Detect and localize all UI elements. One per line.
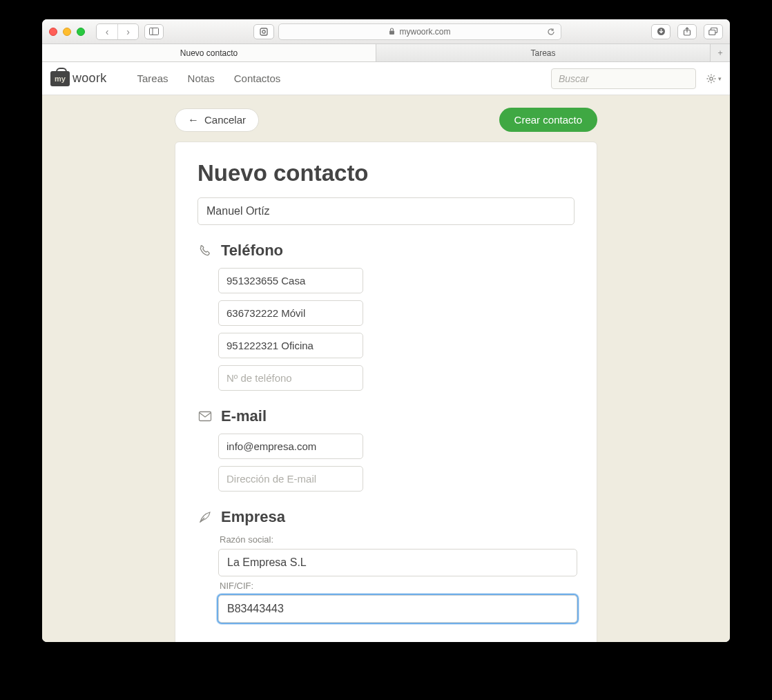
svg-point-3 (262, 30, 265, 32)
lock-icon (389, 28, 395, 35)
cancel-button[interactable]: ← Cancelar (175, 108, 259, 132)
create-contact-button[interactable]: Crear contacto (499, 108, 597, 132)
downloads-button[interactable] (651, 24, 670, 39)
reader-button[interactable] (253, 24, 274, 39)
svg-rect-4 (389, 31, 394, 35)
company-nif-input[interactable] (218, 595, 577, 623)
browser-tab[interactable]: Nuevo contacto (42, 44, 376, 61)
minimize-window-button[interactable] (63, 28, 71, 36)
browser-tab[interactable]: Tareas (376, 44, 711, 61)
gear-icon (706, 73, 717, 84)
phone-heading: Teléfono (221, 242, 283, 260)
forward-button[interactable]: › (117, 24, 138, 39)
svg-line-16 (713, 75, 714, 76)
svg-rect-8 (709, 30, 715, 35)
window-controls (49, 28, 85, 36)
cancel-label: Cancelar (204, 114, 246, 126)
svg-line-15 (713, 81, 714, 81)
page-title: Nuevo contacto (197, 160, 575, 186)
address-host: mywoork.com (399, 27, 450, 37)
chevron-down-icon: ▾ (718, 75, 722, 82)
svg-rect-2 (260, 28, 267, 35)
quill-icon (197, 509, 213, 525)
email-heading: E-mail (221, 407, 267, 425)
nav-buttons-group: ‹ › (96, 23, 139, 40)
logo-badge: my (50, 71, 70, 86)
address-bar[interactable]: mywoork.com (278, 23, 561, 40)
nav-tasks[interactable]: Tareas (137, 72, 168, 84)
phone-input[interactable] (218, 333, 363, 358)
browser-window: ‹ › mywoork.com (42, 19, 730, 642)
phone-icon (197, 243, 213, 258)
phone-input-new[interactable] (218, 365, 363, 391)
phone-section: Teléfono (197, 242, 575, 391)
svg-line-17 (708, 81, 708, 81)
web-heading: Página web (221, 639, 305, 642)
window-titlebar: ‹ › mywoork.com (42, 19, 730, 44)
email-input-new[interactable] (218, 466, 363, 492)
web-section: Página web (197, 639, 575, 642)
zoom-window-button[interactable] (77, 28, 85, 36)
app-logo[interactable]: my woork (50, 71, 107, 86)
sidebar-toggle-button[interactable] (144, 24, 164, 39)
svg-line-14 (708, 75, 708, 76)
phone-input[interactable] (218, 300, 363, 326)
phone-input[interactable] (218, 268, 363, 293)
company-heading: Empresa (221, 508, 285, 526)
logo-text: woork (73, 71, 107, 86)
nav-contacts[interactable]: Contactos (234, 72, 281, 84)
email-section: E-mail (197, 407, 575, 492)
nav-notes[interactable]: Notas (188, 72, 215, 84)
company-social-input[interactable] (218, 549, 577, 576)
nav-links: Tareas Notas Contactos (137, 72, 281, 84)
mail-icon (197, 409, 213, 424)
contact-name-input[interactable] (197, 197, 575, 225)
back-button[interactable]: ‹ (97, 24, 117, 39)
close-window-button[interactable] (49, 28, 57, 36)
settings-menu[interactable]: ▾ (706, 73, 722, 84)
social-label: Razón social: (220, 534, 575, 545)
search-input[interactable] (551, 68, 696, 89)
app-header: my woork Tareas Notas Contactos ▾ (42, 62, 730, 95)
arrow-left-icon: ← (188, 114, 199, 126)
share-button[interactable] (677, 24, 697, 39)
svg-point-9 (710, 77, 713, 79)
new-tab-button[interactable]: ＋ (711, 44, 730, 61)
reload-icon[interactable] (547, 28, 555, 36)
email-input[interactable] (218, 434, 363, 459)
action-row: ← Cancelar Crear contacto (175, 108, 597, 132)
link-icon (197, 641, 213, 642)
browser-tabbar: Nuevo contacto Tareas ＋ (42, 44, 730, 62)
contact-form-card: Nuevo contacto Teléfono (175, 142, 597, 642)
company-section: Empresa Razón social: NIF/CIF: (197, 508, 575, 623)
svg-rect-18 (200, 412, 211, 421)
tabs-button[interactable] (704, 24, 723, 39)
page-body: ← Cancelar Crear contacto Nuevo contacto… (42, 95, 730, 642)
svg-rect-0 (150, 28, 159, 35)
nif-label: NIF/CIF: (220, 581, 575, 591)
